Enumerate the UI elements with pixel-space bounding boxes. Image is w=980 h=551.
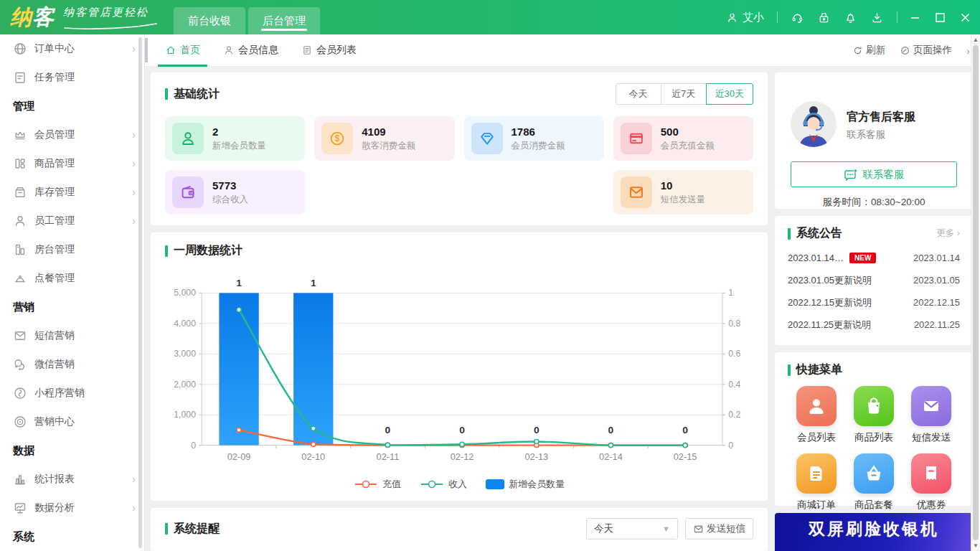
bell-icon[interactable] (844, 11, 857, 24)
download-icon[interactable] (870, 11, 884, 24)
sidebar-item[interactable]: 统计报表› (0, 465, 144, 494)
quick-menu-header: 快捷菜单 (788, 362, 960, 377)
crown-icon (13, 128, 27, 142)
sidebar-item[interactable]: 房台管理 (0, 235, 144, 264)
sidebar-item[interactable]: 微信营销 (0, 350, 144, 379)
quick-menu-item[interactable]: 商品套餐 (854, 453, 894, 512)
ad-banner[interactable]: 双屏刷脸收银机 (775, 513, 973, 551)
system-reminder-title: 系统提醒 (174, 522, 220, 537)
user-menu[interactable]: 艾小 (726, 11, 764, 24)
person-fill-icon (796, 386, 837, 426)
notice-date: 2023.01.05 (913, 275, 960, 286)
svg-text:3,000: 3,000 (174, 349, 196, 359)
notice-title: 2022.12.15更新说明 (788, 296, 872, 309)
svg-text:0: 0 (385, 425, 391, 436)
tabstrip-chevron-right[interactable]: › (966, 44, 970, 57)
mail-fill-icon (911, 386, 951, 426)
stat-card: 1786会员消费金额 (464, 116, 604, 161)
notice-row[interactable]: 2022.11.25更新说明2022.11.25 (788, 314, 960, 336)
sidebar-item[interactable]: 订单中心› (0, 34, 144, 63)
reminder-period-select[interactable]: 今天 ▼ (586, 518, 678, 540)
quick-menu-item[interactable]: 商品列表 (854, 386, 894, 444)
stat-card: 2新增会员数量 (165, 116, 305, 161)
svg-text:0: 0 (459, 425, 465, 436)
stat-card: 500会员充值金额 (613, 116, 753, 161)
svg-text:0: 0 (728, 441, 733, 451)
notice-more-link[interactable]: 更多 › (936, 227, 960, 240)
send-sms-button[interactable]: 发送短信 (685, 518, 753, 540)
sidebar-item[interactable]: 会员管理› (0, 121, 144, 149)
stats-filter-button[interactable]: 近7天 (661, 83, 707, 105)
topbar: 纳客 纳客管店更轻松 前台收银后台管理 艾小 (0, 0, 980, 34)
notice-row[interactable]: 2022.12.15更新说明2022.12.15 (788, 291, 960, 314)
envelope-icon (693, 524, 704, 534)
svg-text:$: $ (335, 133, 340, 143)
svg-text:02-13: 02-13 (524, 451, 548, 462)
refresh-button[interactable]: 刷新 (852, 44, 885, 57)
system-notice-card: 系统公告 更多 › 2023.01.14…NEW2023.01.142023.0… (775, 216, 973, 345)
scroll-down-arrow[interactable]: ▼ (971, 542, 980, 549)
contact-service-label: 联系客服 (863, 168, 905, 182)
legend-item[interactable]: 充值 (354, 478, 401, 491)
notice-row[interactable]: 2023.01.14…NEW2023.01.14 (788, 247, 960, 269)
sidebar-item[interactable]: 短信营销 (0, 321, 144, 350)
stat-value: 1786 (512, 126, 565, 138)
quick-menu-label: 商品套餐 (854, 499, 893, 512)
lock-icon[interactable] (817, 11, 831, 24)
sidebar-item-label: 点餐管理 (34, 272, 136, 285)
member-info-icon (223, 44, 235, 56)
headset-icon[interactable] (791, 11, 804, 24)
quick-menu-label: 会员列表 (797, 431, 836, 444)
scrollbar-thumb[interactable] (973, 45, 979, 540)
close-button[interactable] (961, 13, 970, 22)
quick-menu-item[interactable]: 优惠券 (911, 453, 951, 512)
coin-icon: $ (329, 130, 346, 147)
contact-service-button[interactable]: 联系客服 (791, 161, 957, 187)
legend-item[interactable]: 新增会员数量 (486, 478, 565, 491)
weekly-chart-svg: 01,0002,0003,0004,0005,00000.20.40.60.81… (165, 265, 753, 472)
quick-menu-card: 快捷菜单 会员列表商品列表短信发送商城订单商品套餐优惠券 (775, 352, 973, 506)
stat-value: 4109 (362, 126, 415, 138)
mail-orange-icon (628, 184, 645, 201)
sidebar-scrollbar[interactable] (138, 37, 142, 548)
top-tab[interactable]: 前台收银 (174, 7, 245, 34)
quick-menu-item[interactable]: 短信发送 (911, 386, 951, 444)
page-operations-label: 页面操作 (913, 44, 952, 57)
scroll-up-arrow[interactable]: ▲ (971, 37, 980, 43)
sidebar-item[interactable]: 点餐管理 (0, 264, 144, 293)
member-green-icon (179, 130, 197, 147)
legend-item[interactable]: 收入 (420, 478, 467, 491)
page-scrollbar[interactable]: ▲ ▼ (971, 34, 980, 551)
svg-text:0: 0 (534, 425, 540, 436)
sidebar-item[interactable]: 员工管理› (0, 207, 144, 235)
svg-text:02-12: 02-12 (451, 451, 474, 462)
service-hours: 服务时间：08:30~20:00 (791, 196, 957, 209)
top-tab[interactable]: 后台管理 (248, 7, 320, 34)
report-icon (13, 472, 27, 486)
stats-filter-button[interactable]: 近30天 (706, 83, 753, 105)
sidebar-item[interactable]: 任务管理 (0, 63, 144, 92)
stats-filter-button[interactable]: 今天 (616, 83, 661, 105)
page-tab[interactable]: 会员列表 (290, 34, 368, 67)
svg-text:5,000: 5,000 (174, 288, 196, 298)
chart-legend: 充值收入新增会员数量 (165, 475, 753, 494)
sidebar-section-label: 系统 (0, 522, 144, 551)
minimize-button[interactable] (910, 13, 920, 22)
customer-service-card: 官方售后客服 联系客服 联系客 (775, 72, 973, 209)
basic-stats-card: 基础统计 今天近7天近30天 2新增会员数量$4109散客消费金额1786会员消… (151, 72, 768, 225)
quick-menu-item[interactable]: 会员列表 (796, 386, 837, 444)
page-operations-button[interactable]: 页面操作 (900, 44, 952, 57)
maximize-button[interactable] (936, 13, 945, 22)
sidebar-item[interactable]: 库存管理› (0, 178, 144, 207)
quick-menu-item[interactable]: 商城订单 (796, 453, 837, 512)
notice-row[interactable]: 2023.01.05更新说明2023.01.05 (788, 269, 960, 291)
sidebar-item[interactable]: 数据分析› (0, 494, 144, 522)
sidebar-item[interactable]: 小程序营销 (0, 379, 144, 408)
page-tab[interactable]: 会员信息 (212, 34, 290, 67)
stat-card: $4109散客消费金额 (314, 116, 454, 161)
target-icon (13, 415, 27, 429)
sidebar-item[interactable]: 商品管理› (0, 149, 144, 178)
sidebar-item[interactable]: 营销中心 (0, 408, 144, 436)
notice-title: 2023.01.05更新说明 (788, 274, 872, 287)
page-tab[interactable]: 首页 (154, 34, 212, 67)
